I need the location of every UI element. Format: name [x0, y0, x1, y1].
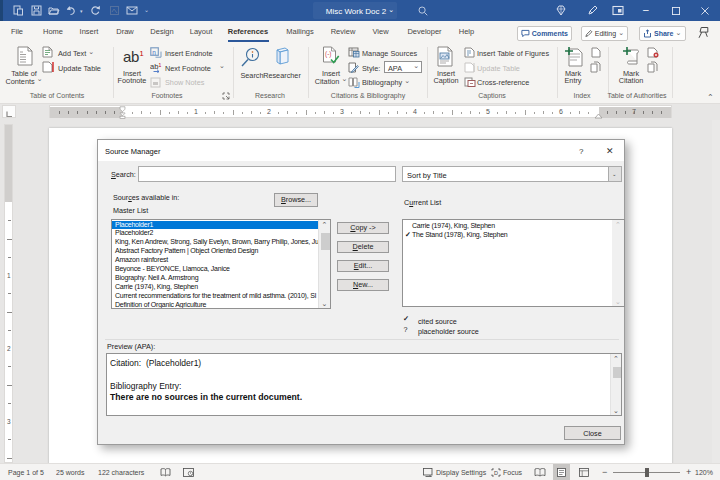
svg-text:D: D: [494, 470, 498, 476]
svg-text:1: 1: [159, 62, 162, 68]
svg-text:(-): (-): [325, 50, 332, 58]
svg-text:n: n: [152, 49, 156, 56]
